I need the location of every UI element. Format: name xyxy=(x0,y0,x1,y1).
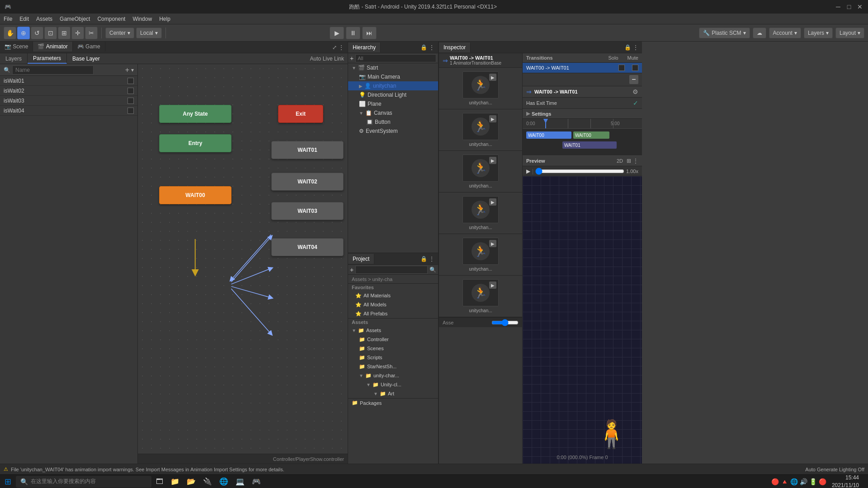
state-wait03[interactable]: WAIT03 xyxy=(271,202,344,220)
clip-item-5[interactable]: 🏃 ▶ unitychan... xyxy=(439,276,522,317)
state-entry[interactable]: Entry xyxy=(159,134,231,152)
clip-play-0[interactable]: ▶ xyxy=(489,74,496,81)
menu-gameobject[interactable]: GameObject xyxy=(60,16,90,22)
tab-scene[interactable]: 📷 Scene xyxy=(0,42,33,52)
menu-help[interactable]: Help xyxy=(159,16,170,22)
project-starnest[interactable]: 📁StarNestSh... xyxy=(348,362,438,371)
clip-item-1[interactable]: 🏃 ▶ unitychan... xyxy=(439,109,522,151)
pivot-dropdown[interactable]: Center ▾ xyxy=(105,28,134,38)
sub-tab-parameters[interactable]: Parameters xyxy=(28,53,67,64)
hierarchy-item-light[interactable]: 💡 Directional Light xyxy=(348,90,438,99)
tab-hierarchy[interactable]: Hierarchy xyxy=(348,42,381,52)
clip-play-3[interactable]: ▶ xyxy=(489,198,496,206)
params-search-input[interactable] xyxy=(12,66,94,75)
preview-options-icon[interactable]: ⋮ xyxy=(633,158,638,164)
param-isWait01[interactable]: isWait01 xyxy=(0,76,137,86)
state-wait01[interactable]: WAIT01 xyxy=(271,141,344,159)
remove-transition-button[interactable]: − xyxy=(629,75,638,84)
project-scripts[interactable]: 📁Scripts xyxy=(348,353,438,362)
tray-icon-4[interactable]: 🔊 xyxy=(800,478,807,485)
hierarchy-item-unitychan[interactable]: ▶ 👤 unitychan xyxy=(348,81,438,90)
has-exit-time-check[interactable]: ✓ xyxy=(633,99,638,107)
panel-icon-lock[interactable]: ⋮ xyxy=(339,44,344,51)
tray-icon-3[interactable]: 🌐 xyxy=(790,478,798,485)
tab-project[interactable]: Project xyxy=(348,254,374,264)
project-packages[interactable]: 📁Packages xyxy=(348,398,438,407)
hierarchy-item-main-camera[interactable]: 📷 Main Camera xyxy=(348,72,438,81)
step-button[interactable]: ⏭ xyxy=(362,27,377,39)
transition-mute-checkbox[interactable] xyxy=(632,65,638,71)
account-button[interactable]: Account ▾ xyxy=(769,28,801,38)
project-scenes[interactable]: 📁Scenes xyxy=(348,344,438,353)
taskbar-game[interactable]: 🎮 xyxy=(249,476,264,488)
hand-tool[interactable]: ✋ xyxy=(4,27,16,39)
panel-icon-maximize[interactable]: ⤢ xyxy=(332,44,337,51)
menu-edit[interactable]: Edit xyxy=(19,16,29,22)
add-param-button[interactable]: + xyxy=(125,66,129,74)
project-art[interactable]: ▼ 📁Art xyxy=(348,389,438,398)
project-fav-models[interactable]: ⭐All Models xyxy=(348,300,438,309)
add-asset-button[interactable]: + xyxy=(350,266,354,273)
state-exit[interactable]: Exit xyxy=(278,105,323,123)
param-checkbox-isWait02[interactable] xyxy=(127,88,134,94)
param-isWait02[interactable]: isWait02 xyxy=(0,86,137,96)
hierarchy-search-input[interactable] xyxy=(355,54,436,62)
inspector-lock-icon[interactable]: 🔒 xyxy=(624,44,631,51)
add-item-button[interactable]: + xyxy=(350,55,354,62)
preview-scrubber[interactable] xyxy=(535,169,624,174)
pause-button[interactable]: ⏸ xyxy=(346,27,360,39)
maximize-button[interactable]: □ xyxy=(845,3,853,10)
asset-zoom-slider[interactable] xyxy=(491,319,519,326)
custom-tool[interactable]: ✂ xyxy=(85,27,98,39)
project-search-input[interactable] xyxy=(355,266,428,274)
tray-icon-2[interactable]: 🔺 xyxy=(781,478,788,485)
project-fav-prefabs[interactable]: ⭐All Prefabs xyxy=(348,309,438,318)
tray-icon-1[interactable]: 🔴 xyxy=(771,478,779,485)
param-checkbox-isWait03[interactable] xyxy=(127,98,134,104)
inspector-options-icon[interactable]: ⋮ xyxy=(633,44,638,51)
transition-solo-checkbox[interactable] xyxy=(618,65,625,71)
hierarchy-options-icon[interactable]: ⋮ xyxy=(429,44,434,51)
settings-section-header[interactable]: ▶ Settings xyxy=(523,109,642,119)
scale-tool[interactable]: ⊡ xyxy=(44,27,57,39)
clip-play-1[interactable]: ▶ xyxy=(489,115,496,122)
project-controller[interactable]: 📁Controller xyxy=(348,335,438,344)
project-assets[interactable]: ▼ 📁Assets xyxy=(348,326,438,335)
taskbar-search[interactable]: 🔍 在这里输入你要搜索的内容 xyxy=(16,476,151,488)
gear-icon[interactable]: ⚙ xyxy=(632,88,638,95)
state-any-state[interactable]: Any State xyxy=(159,105,231,123)
close-button[interactable]: ✕ xyxy=(856,3,863,10)
taskbar-unity[interactable]: 🔌 xyxy=(200,476,215,488)
tab-inspector[interactable]: Inspector xyxy=(439,42,471,52)
project-fav-materials[interactable]: ⭐All Materials xyxy=(348,291,438,300)
hierarchy-item-scene[interactable]: ▼ 🎬 Satrt xyxy=(348,63,438,72)
clip-item-2[interactable]: 🏃 ▶ unitychan... xyxy=(439,151,522,192)
layout-button[interactable]: Layout ▾ xyxy=(835,28,864,38)
clip-play-4[interactable]: ▶ xyxy=(489,240,496,247)
transform-tool[interactable]: ✛ xyxy=(71,27,84,39)
taskbar-task-view[interactable]: 🗔 xyxy=(153,476,166,488)
clip-item-4[interactable]: 🏃 ▶ unitychan... xyxy=(439,234,522,276)
state-wait02[interactable]: WAIT02 xyxy=(271,173,344,191)
project-lock-icon[interactable]: 🔒 xyxy=(420,256,427,262)
project-unitychan[interactable]: ▼ 📁unity-char... xyxy=(348,371,438,380)
menu-file[interactable]: File xyxy=(4,16,12,22)
timeline-playhead[interactable] xyxy=(545,119,546,128)
state-machine-canvas[interactable]: Any State Exit Entry WAIT00 WAIT01 xyxy=(138,64,348,464)
layers-button[interactable]: Layers ▾ xyxy=(804,28,833,38)
plastic-scm-button[interactable]: 🔧 Plastic SCM ▾ xyxy=(699,28,750,38)
rotate-tool[interactable]: ↺ xyxy=(31,27,43,39)
taskbar-browser[interactable]: 🌐 xyxy=(217,476,231,488)
taskbar-file-manager[interactable]: 📂 xyxy=(184,476,198,488)
clip-play-2[interactable]: ▶ xyxy=(489,157,496,164)
minimize-button[interactable]: ─ xyxy=(835,3,842,10)
state-wait04[interactable]: WAIT04 xyxy=(271,238,344,256)
search-filter-icon[interactable]: 🔍 xyxy=(429,267,436,273)
taskbar-ide[interactable]: 💻 xyxy=(233,476,247,488)
param-checkbox-isWait01[interactable] xyxy=(127,78,134,84)
menu-assets[interactable]: Assets xyxy=(36,16,52,22)
param-isWait03[interactable]: isWait03 xyxy=(0,96,137,106)
sub-tab-layers[interactable]: Layers xyxy=(0,53,28,64)
param-isWait04[interactable]: isWait04 xyxy=(0,106,137,116)
state-wait00[interactable]: WAIT00 xyxy=(159,186,231,204)
